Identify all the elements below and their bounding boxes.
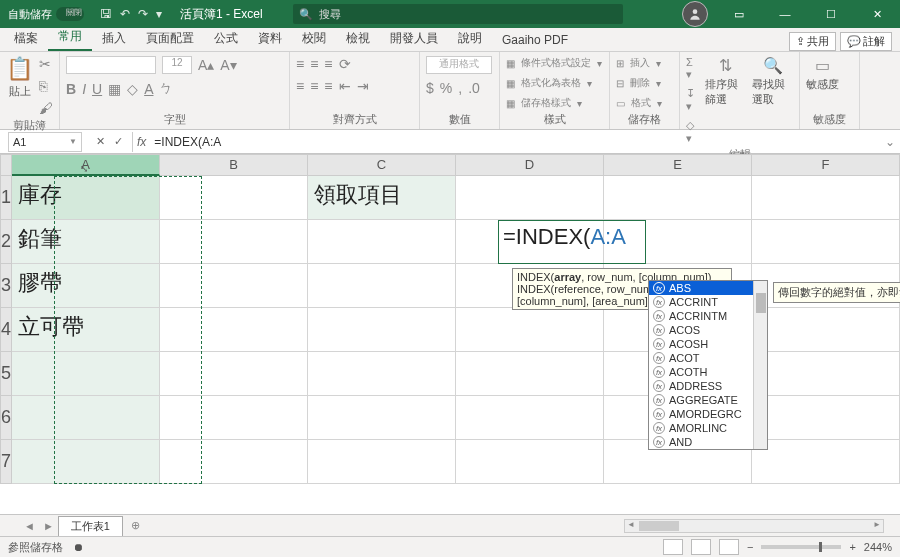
font-name-combo[interactable] <box>66 56 156 74</box>
align-center-icon[interactable]: ≡ <box>310 78 318 94</box>
cell[interactable] <box>308 352 456 396</box>
delete-cells-button[interactable]: ⊟ 刪除 ▾ <box>616 76 661 90</box>
indent-icon[interactable]: ⇤ <box>339 78 351 94</box>
fn-item[interactable]: fxACOSH <box>649 337 767 351</box>
sort-filter-button[interactable]: ⇅排序與篩選 <box>705 56 746 107</box>
sensitivity-button[interactable]: ▭敏感度 <box>806 56 839 92</box>
name-box[interactable]: A1▼ <box>8 132 82 152</box>
fn-item[interactable]: fxAND <box>649 435 767 449</box>
cell[interactable] <box>456 176 604 220</box>
fn-item[interactable]: fxAGGREGATE <box>649 393 767 407</box>
currency-icon[interactable]: $ <box>426 80 434 96</box>
cell[interactable] <box>308 308 456 352</box>
cell[interactable] <box>752 220 900 264</box>
cell[interactable]: 領取項目 <box>308 176 456 220</box>
maximize-button[interactable]: ☐ <box>808 0 854 28</box>
fn-item[interactable]: fxACCRINT <box>649 295 767 309</box>
row-header[interactable]: 5 <box>0 352 12 396</box>
col-header-f[interactable]: F <box>752 154 900 176</box>
fn-item[interactable]: fxACCRINTM <box>649 309 767 323</box>
fn-item[interactable]: fxACOTH <box>649 365 767 379</box>
pagebreak-view-icon[interactable] <box>719 539 739 555</box>
scrollbar-thumb[interactable] <box>639 521 679 531</box>
fn-item-abs[interactable]: fxABS <box>649 281 767 295</box>
cell[interactable] <box>160 440 308 484</box>
zoom-level[interactable]: 244% <box>864 541 892 553</box>
cell[interactable] <box>308 264 456 308</box>
fn-item[interactable]: fxACOT <box>649 351 767 365</box>
account-icon[interactable] <box>682 1 708 27</box>
tab-data[interactable]: 資料 <box>248 26 292 51</box>
save-icon[interactable]: 🖫 <box>100 7 112 21</box>
number-format-combo[interactable]: 通用格式 <box>426 56 492 74</box>
horizontal-scrollbar[interactable] <box>624 519 884 533</box>
fn-item[interactable]: fxACOS <box>649 323 767 337</box>
cell[interactable] <box>160 264 308 308</box>
cell[interactable] <box>456 308 604 352</box>
sheet-tab[interactable]: 工作表1 <box>58 516 123 536</box>
format-cells-button[interactable]: ▭ 格式 ▾ <box>616 96 662 110</box>
cut-icon[interactable]: ✂ <box>39 56 53 72</box>
phonetic-icon[interactable]: ㄅ <box>159 80 173 98</box>
font-color-icon[interactable]: A <box>144 81 153 97</box>
cell[interactable] <box>752 440 900 484</box>
col-header-d[interactable]: D <box>456 154 604 176</box>
cell[interactable] <box>456 352 604 396</box>
tab-developer[interactable]: 開發人員 <box>380 26 448 51</box>
zoom-in-icon[interactable]: + <box>849 541 855 553</box>
italic-icon[interactable]: I <box>82 81 86 97</box>
autosave-toggle[interactable]: 自動儲存 <box>0 7 92 22</box>
outdent-icon[interactable]: ⇥ <box>357 78 369 94</box>
cell[interactable] <box>604 220 752 264</box>
align-top-icon[interactable]: ≡ <box>296 56 304 72</box>
worksheet-grid[interactable]: A⤡ B C D E F 1庫存領取項目 2鉛筆 3膠帶 4立可帶 5 6 7 … <box>0 154 900 514</box>
fn-item[interactable]: fxAMORLINC <box>649 421 767 435</box>
fx-icon[interactable]: fx <box>133 135 150 149</box>
cell[interactable] <box>752 176 900 220</box>
select-all-corner[interactable] <box>0 154 12 176</box>
align-middle-icon[interactable]: ≡ <box>310 56 318 72</box>
cell[interactable] <box>456 440 604 484</box>
row-header[interactable]: 4 <box>0 308 12 352</box>
expand-formula-bar-icon[interactable]: ⌄ <box>880 135 900 149</box>
find-select-button[interactable]: 🔍尋找與選取 <box>752 56 793 107</box>
insert-cells-button[interactable]: ⊞ 插入 ▾ <box>616 56 661 70</box>
align-left-icon[interactable]: ≡ <box>296 78 304 94</box>
minimize-button[interactable]: — <box>762 0 808 28</box>
cell[interactable] <box>12 396 160 440</box>
row-header[interactable]: 6 <box>0 396 12 440</box>
tab-layout[interactable]: 頁面配置 <box>136 26 204 51</box>
cell[interactable]: 膠帶 <box>12 264 160 308</box>
copy-icon[interactable]: ⎘ <box>39 78 53 94</box>
cell[interactable] <box>308 220 456 264</box>
percent-icon[interactable]: % <box>440 80 452 96</box>
col-header-b[interactable]: B <box>160 154 308 176</box>
comments-button[interactable]: 💬註解 <box>840 32 892 51</box>
cell[interactable] <box>160 220 308 264</box>
tab-nav-next-icon[interactable]: ► <box>39 520 58 532</box>
in-cell-formula[interactable]: =INDEX(A:A <box>503 224 626 250</box>
normal-view-icon[interactable] <box>663 539 683 555</box>
scrollbar-thumb[interactable] <box>756 293 766 313</box>
ribbon-display-icon[interactable]: ▭ <box>716 0 762 28</box>
autosum-icon[interactable]: Σ ▾ <box>686 56 699 81</box>
row-header[interactable]: 1 <box>0 176 12 220</box>
cell[interactable] <box>160 396 308 440</box>
cell-styles-button[interactable]: ▦ 儲存格樣式 ▾ <box>506 96 582 110</box>
formula-input[interactable]: =INDEX(A:A <box>150 135 880 149</box>
align-right-icon[interactable]: ≡ <box>324 78 332 94</box>
cell[interactable] <box>752 396 900 440</box>
toggle-off-icon[interactable] <box>56 7 84 21</box>
zoom-out-icon[interactable]: − <box>747 541 753 553</box>
tab-home[interactable]: 常用 <box>48 24 92 51</box>
tab-nav-prev-icon[interactable]: ◄ <box>20 520 39 532</box>
fn-item[interactable]: fxAMORDEGRC <box>649 407 767 421</box>
search-box[interactable]: 🔍 搜尋 <box>293 4 623 24</box>
comma-icon[interactable]: , <box>458 80 462 96</box>
new-sheet-icon[interactable]: ⊕ <box>123 519 148 532</box>
row-header[interactable]: 3 <box>0 264 12 308</box>
share-button[interactable]: ⇪共用 <box>789 32 836 51</box>
cell[interactable] <box>12 440 160 484</box>
increase-font-icon[interactable]: A▴ <box>198 57 214 73</box>
border-icon[interactable]: ▦ <box>108 81 121 97</box>
